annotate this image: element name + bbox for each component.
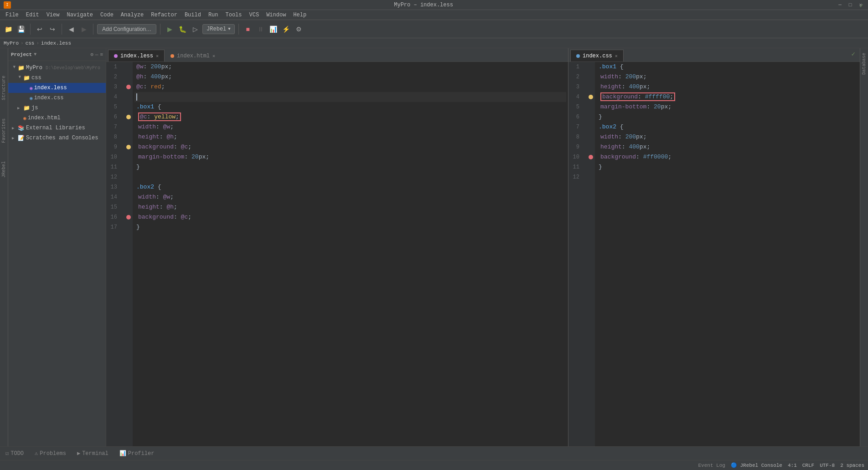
structure-label[interactable]: Structure xyxy=(1,76,6,100)
ln-16: 16 xyxy=(106,212,121,222)
maximize-button[interactable]: □ xyxy=(847,2,854,8)
rln-7: 7 xyxy=(568,122,583,132)
css-tab-close[interactable]: ✕ xyxy=(615,53,618,59)
code-line-9: background: @c; xyxy=(134,142,566,152)
project-collapse-icon[interactable]: — xyxy=(95,52,98,57)
tree-index-css[interactable]: ◉ index.css xyxy=(8,93,106,103)
ln-2: 2 xyxy=(106,72,121,82)
run-button[interactable]: ▶ xyxy=(164,24,175,35)
menu-code[interactable]: Code xyxy=(97,11,117,19)
line-ending[interactable]: CRLF xyxy=(802,463,814,468)
right-gutter xyxy=(587,62,595,446)
tree-css-folder[interactable]: ▶ 📁 css xyxy=(8,73,106,83)
menu-vcs[interactable]: VCS xyxy=(246,11,263,19)
code-lines[interactable]: @w: 200px; @h: 400px; @c: red; .box1 { @… xyxy=(133,62,568,446)
save-button[interactable]: 💾 xyxy=(16,24,26,35)
todo-label: TODO xyxy=(10,450,24,457)
menu-file[interactable]: File xyxy=(2,11,22,19)
tab-index-less[interactable]: index.less ✕ xyxy=(108,50,165,61)
root-label: MyPro xyxy=(26,65,42,71)
right-code-editor[interactable]: 1 2 3 4 5 6 7 8 9 10 11 12 xyxy=(568,62,860,446)
menu-help[interactable]: Help xyxy=(289,11,310,19)
menu-edit[interactable]: Edit xyxy=(22,11,43,19)
tab-index-css[interactable]: index.css ✕ xyxy=(570,50,624,61)
code-line-10: margin-bottom: 20px; xyxy=(134,152,566,162)
tree-root[interactable]: ▶ 📁 MyPro D:\Develop\Web\MyPro xyxy=(8,63,106,73)
line-numbers: 1 2 3 4 5 6 7 8 9 10 11 12 13 xyxy=(106,62,124,446)
tab-index-html[interactable]: index.html ✕ xyxy=(165,50,221,61)
workspace: Structure Favorites JRebel Project ▼ ⚙ —… xyxy=(0,48,868,446)
rcode-line-6: } xyxy=(597,112,858,122)
jrebel-console-link[interactable]: 🔵 JRebel Console xyxy=(731,462,782,468)
root-folder-icon: 📁 xyxy=(18,65,25,72)
menu-build[interactable]: Build xyxy=(181,11,205,19)
jrebel-label[interactable]: JRebel xyxy=(1,161,6,178)
tree-scratches[interactable]: ▶ 📝 Scratches and Consoles xyxy=(8,133,106,143)
scratches-label: Scratches and Consoles xyxy=(26,135,98,141)
html-tab-dot xyxy=(170,54,174,58)
run-configuration-dropdown[interactable]: JRebel ▼ xyxy=(202,24,235,34)
minimize-button[interactable]: ─ xyxy=(836,2,844,8)
title-bar: I MyPro – index.less ─ □ ✕ xyxy=(0,0,868,10)
redo-button[interactable]: ↪ xyxy=(47,24,58,35)
indent-setting[interactable]: 2 spaces xyxy=(840,463,864,468)
nav-forward-button[interactable]: ▶ xyxy=(78,24,89,35)
tree-index-less[interactable]: ◉ index.less xyxy=(8,83,106,93)
rln-12: 12 xyxy=(568,172,583,182)
undo-button[interactable]: ↩ xyxy=(34,24,45,35)
gutter-marker-9 xyxy=(126,145,131,149)
menu-navigate[interactable]: Navigate xyxy=(63,11,97,19)
event-log-link[interactable]: Event Log xyxy=(698,463,725,468)
menu-view[interactable]: View xyxy=(43,11,63,19)
project-hide-icon[interactable]: ≡ xyxy=(100,52,103,57)
encoding[interactable]: UTF-8 xyxy=(820,463,835,468)
menu-run[interactable]: Run xyxy=(205,11,222,19)
ext-libs-icon: 📚 xyxy=(18,125,25,132)
problems-button[interactable]: ⚠ Problems xyxy=(33,449,68,458)
tree-external-libs[interactable]: ▶ 📚 External Libraries xyxy=(8,123,106,133)
tree-index-html[interactable]: ◉ index.html xyxy=(8,113,106,123)
css-folder-arrow: ▶ xyxy=(17,76,22,80)
menu-refactor[interactable]: Refactor xyxy=(147,11,181,19)
less-tab-close[interactable]: ✕ xyxy=(156,53,159,59)
coverage-button[interactable]: 📊 xyxy=(268,24,279,35)
pause-button[interactable]: ⏸ xyxy=(255,24,266,35)
code-line-14: width: @w; xyxy=(134,192,566,202)
breadcrumb-css[interactable]: css xyxy=(26,41,35,46)
profile-button[interactable]: ⚡ xyxy=(281,24,292,35)
project-panel: Project ▼ ⚙ — ≡ ▶ 📁 MyPro D:\Develop\Web… xyxy=(8,48,106,446)
breadcrumb-file[interactable]: index.less xyxy=(41,41,71,46)
html-file-label: index.html xyxy=(28,115,61,121)
ln-8: 8 xyxy=(106,132,121,142)
breadcrumb-project[interactable]: MyPro xyxy=(4,41,19,46)
run-with-coverage-button[interactable]: ▷ xyxy=(190,24,201,35)
right-code-lines[interactable]: .box1 { width: 200px; height: 400px; bac… xyxy=(595,62,860,446)
profiler-button[interactable]: 📊 Profiler xyxy=(118,449,156,458)
project-gear-icon[interactable]: ⚙ xyxy=(90,51,93,57)
toolbar-sep-1 xyxy=(30,24,31,35)
project-dropdown-arrow[interactable]: ▼ xyxy=(34,52,36,57)
database-label[interactable]: Database xyxy=(862,53,867,75)
nav-back-button[interactable]: ◀ xyxy=(66,24,77,35)
add-configuration-button[interactable]: Add Configuration… xyxy=(97,24,156,34)
rcode-line-5: margin-bottom: 20px; xyxy=(597,102,858,112)
left-code-editor[interactable]: 1 2 3 4 5 6 7 8 9 10 11 12 13 xyxy=(106,62,568,446)
ln-6: 6 xyxy=(106,112,121,122)
open-file-button[interactable]: 📁 xyxy=(3,24,14,35)
tree-js-folder[interactable]: ▶ 📁 js xyxy=(8,103,106,113)
html-tab-close[interactable]: ✕ xyxy=(212,53,215,59)
debug-button[interactable]: 🐛 xyxy=(177,24,188,35)
favorites-label[interactable]: Favorites xyxy=(1,118,6,143)
todo-button[interactable]: ☑ TODO xyxy=(4,449,26,458)
menu-analyze[interactable]: Analyze xyxy=(117,11,147,19)
menu-window[interactable]: Window xyxy=(263,11,289,19)
settings-button[interactable]: ⚙ xyxy=(294,24,305,35)
stop-button[interactable]: ■ xyxy=(243,24,253,35)
code-line-8: height: @h; xyxy=(134,132,566,142)
terminal-button[interactable]: ▶ Terminal xyxy=(75,449,110,458)
terminal-label: Terminal xyxy=(82,450,108,457)
menu-tools[interactable]: Tools xyxy=(222,11,246,19)
main-toolbar: 📁 💾 ↩ ↪ ◀ ▶ Add Configuration… ▶ 🐛 ▷ JRe… xyxy=(0,20,868,38)
left-tab-bar: index.less ✕ index.html ✕ ✓ xyxy=(106,48,568,62)
cursor-position: 4:1 xyxy=(788,463,797,468)
